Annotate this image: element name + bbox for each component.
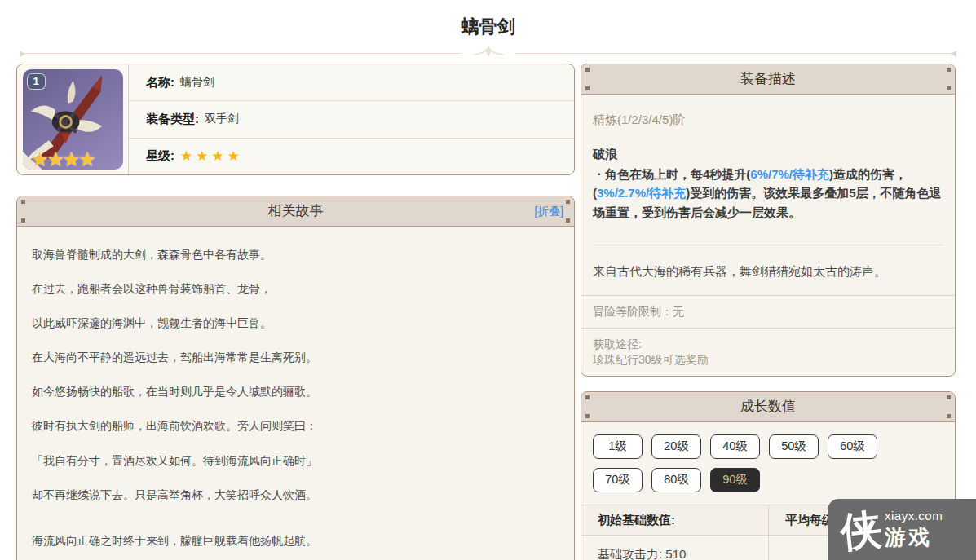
- watermark-site-url: xiayx.com: [885, 509, 943, 523]
- adventure-rank-restriction: 冒险等阶限制：无: [581, 295, 955, 328]
- thumbnail-stars: ★★★★: [31, 148, 95, 170]
- corner-square-icon: [21, 200, 25, 204]
- description-divider: [593, 245, 943, 245]
- description-panel-header: 装备描述: [581, 64, 955, 95]
- rarity-badge: 1: [27, 73, 46, 90]
- corner-square-icon: [947, 68, 951, 72]
- story-panel-title: 相关故事: [268, 203, 324, 218]
- level-button-20级[interactable]: 20级: [651, 434, 701, 459]
- skill-desc-pre: ・角色在场上时，每4秒提升(: [593, 167, 750, 181]
- corner-square-icon: [585, 395, 590, 399]
- weapon-info-rows: 名称: 螭骨剑 装备类型: 双手剑 星级: ★★★★: [129, 64, 574, 174]
- site-watermark: 侠 xiayx.com 游戏: [828, 499, 976, 560]
- level-button-70级[interactable]: 70级: [593, 468, 643, 492]
- left-column: 1 ★★★★ 名称: 螭骨剑 装备类型: 双手剑 星级: ★★★★: [16, 64, 575, 560]
- weapon-type-value: 双手剑: [205, 112, 239, 126]
- watermark-logo: 侠: [839, 508, 884, 553]
- watermark-suffix: 游戏: [885, 523, 932, 552]
- story-paragraphs: 取海兽脊髓制成的大剑，森森骨色中各有故事。在过去，跑船者会以这种兽骨装饰船首、龙…: [17, 248, 574, 560]
- skill-desc-value-1: 6%/7%/待补充: [750, 167, 829, 181]
- story-paragraph: 海流风向正确之时终于来到，艨艟巨舰载着他扬帆起航。: [32, 534, 559, 547]
- weapon-type-row: 装备类型: 双手剑: [129, 101, 574, 138]
- level-button-90级[interactable]: 90级: [710, 468, 760, 492]
- story-panel: 相关故事 [折叠] 取海兽脊髓制成的大剑，森森骨色中各有故事。在过去，跑船者会以…: [16, 196, 575, 560]
- weapon-name-row: 名称: 螭骨剑: [129, 64, 574, 101]
- weapon-name-label: 名称:: [146, 75, 174, 90]
- weapon-thumbnail-cell: 1 ★★★★: [17, 64, 129, 174]
- story-paragraph: [32, 501, 559, 513]
- corner-square-icon: [947, 414, 951, 418]
- page-title: 螭骨剑: [0, 0, 976, 39]
- weapon-rarity-label: 星级:: [146, 148, 174, 164]
- refine-rank-line: 精炼(1/2/3/4/5)阶: [593, 112, 943, 128]
- collapse-link[interactable]: [折叠]: [534, 196, 563, 226]
- story-paragraph: 却不再继续说下去。只是高举角杯，大笑招呼众人饮酒。: [32, 488, 559, 501]
- story-paragraph: 在过去，跑船者会以这种兽骨装饰船首、龙骨，: [32, 282, 559, 295]
- story-paragraph: 以此威吓深邃的海渊中，觊觎生者的海中巨兽。: [32, 316, 559, 329]
- corner-square-icon: [21, 218, 25, 223]
- stat-value: 基础攻击力: 510: [598, 547, 752, 560]
- story-panel-header: 相关故事 [折叠]: [17, 196, 574, 227]
- level-button-40级[interactable]: 40级: [710, 434, 760, 459]
- flavor-text: 来自古代大海的稀有兵器，舞剑猎猎宛如太古的涛声。: [593, 264, 943, 280]
- corner-square-icon: [566, 218, 570, 223]
- corner-square-icon: [585, 86, 590, 90]
- weapon-type-label: 装备类型:: [146, 112, 199, 127]
- stat-col1-values: 基础攻击力: 510暴击率: 27.6%: [581, 536, 768, 560]
- description-panel-title: 装备描述: [740, 71, 796, 86]
- level-button-50级[interactable]: 50级: [769, 434, 819, 459]
- description-body: 精炼(1/2/3/4/5)阶 破浪 ・角色在场上时，每4秒提升(6%/7%/待补…: [581, 95, 955, 280]
- title-divider: [0, 46, 976, 60]
- weapon-name-value: 螭骨剑: [180, 75, 214, 90]
- weapon-rarity-row: 星级: ★★★★: [129, 139, 574, 174]
- level-button-60级[interactable]: 60级: [828, 434, 877, 459]
- skill-name: 破浪: [593, 147, 943, 162]
- story-paragraph: 在大海尚不平静的遥远过去，驾船出海常常是生离死别。: [32, 351, 559, 364]
- story-paragraph: 「我自有分寸，置酒尽欢又如何。待到海流风向正确时」: [32, 454, 559, 467]
- stat-col-base: 初始基础数值: 基础攻击力: 510暴击率: 27.6%: [581, 505, 768, 560]
- stat-col1-header: 初始基础数值:: [581, 505, 768, 536]
- corner-square-icon: [566, 200, 570, 204]
- skill-description: ・角色在场上时，每4秒提升(6%/7%/待补充)造成的伤害，(3%/2.7%/待…: [593, 165, 943, 222]
- level-button-1级[interactable]: 1级: [593, 434, 643, 459]
- weapon-rarity-stars: ★★★★: [180, 148, 243, 165]
- level-buttons: 1级20级40级50级60级70级80级90级: [593, 434, 943, 501]
- acquisition-row: 获取途径: 珍珠纪行30级可选奖励: [581, 328, 955, 376]
- right-column: 装备描述 精炼(1/2/3/4/5)阶 破浪 ・角色在场上时，每4秒提升(6%/…: [581, 64, 956, 560]
- weapon-image: 1 ★★★★: [23, 69, 123, 170]
- corner-square-icon: [585, 414, 590, 418]
- corner-square-icon: [947, 86, 951, 90]
- story-paragraph: 如今悠扬畅快的船歌，在当时则几乎是令人缄默的骊歌。: [32, 385, 559, 398]
- growth-panel-title: 成长数值: [740, 399, 796, 414]
- acquisition-label: 获取途径:: [593, 337, 943, 352]
- divider-ornament-icon: [462, 44, 515, 62]
- description-panel: 装备描述 精炼(1/2/3/4/5)阶 破浪 ・角色在场上时，每4秒提升(6%/…: [581, 64, 956, 377]
- skill-desc-value-2: 3%/2.7%/待补充: [597, 186, 686, 200]
- story-paragraph: 取海兽脊髓制成的大剑，森森骨色中各有故事。: [32, 248, 559, 261]
- growth-panel-header: 成长数值: [581, 392, 955, 422]
- acquisition-value: 珍珠纪行30级可选奖励: [593, 352, 943, 368]
- corner-square-icon: [585, 68, 590, 72]
- weapon-info-card: 1 ★★★★ 名称: 螭骨剑 装备类型: 双手剑 星级: ★★★★: [16, 64, 575, 175]
- story-paragraph: 彼时有执大剑的船师，出海前饮酒欢歌。旁人问则笑曰：: [32, 419, 559, 432]
- corner-square-icon: [947, 395, 951, 399]
- level-button-80级[interactable]: 80级: [651, 468, 701, 492]
- content-columns: 1 ★★★★ 名称: 螭骨剑 装备类型: 双手剑 星级: ★★★★: [0, 60, 976, 560]
